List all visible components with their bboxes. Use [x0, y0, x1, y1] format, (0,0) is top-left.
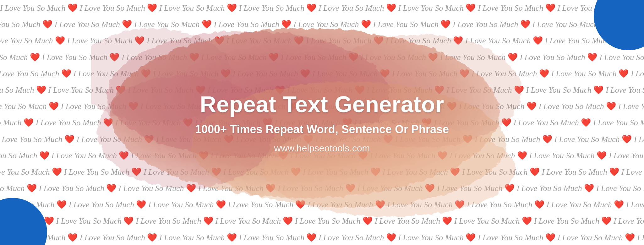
page-subtitle: 1000+ Times Repeat Word, Sentence Or Phr…	[181, 123, 463, 136]
blue-circle-bottom-left	[0, 198, 47, 245]
blue-circle-top-right	[594, 0, 644, 50]
hero-section: Repeat Text Generator 1000+ Times Repeat…	[181, 91, 463, 154]
page-title: Repeat Text Generator	[181, 91, 463, 117]
website-url: www.helpseotools.com	[181, 143, 463, 154]
